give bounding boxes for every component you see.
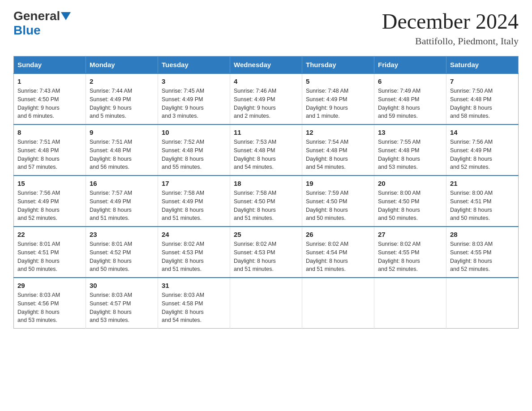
day-number: 8: [17, 128, 82, 136]
day-number: 30: [90, 282, 154, 289]
day-number: 13: [378, 128, 442, 136]
week-row-3: 15Sunrise: 7:56 AMSunset: 4:49 PMDayligh…: [14, 176, 519, 227]
day-number: 7: [450, 77, 515, 85]
day-info: Sunrise: 8:00 AMSunset: 4:51 PMDaylight:…: [450, 189, 515, 223]
calendar-cell: 26Sunrise: 8:02 AMSunset: 4:54 PMDayligh…: [302, 227, 374, 278]
day-info: Sunrise: 7:51 AMSunset: 4:48 PMDaylight:…: [17, 138, 82, 171]
calendar-cell: 29Sunrise: 8:03 AMSunset: 4:56 PMDayligh…: [14, 278, 86, 329]
week-row-5: 29Sunrise: 8:03 AMSunset: 4:56 PMDayligh…: [14, 278, 519, 329]
logo-general: General: [13, 9, 60, 23]
title-section: December 2024 Battifollo, Piedmont, Ital…: [382, 9, 519, 47]
calendar-cell: 13Sunrise: 7:55 AMSunset: 4:48 PMDayligh…: [374, 124, 446, 176]
calendar-cell: 31Sunrise: 8:03 AMSunset: 4:58 PMDayligh…: [158, 278, 230, 329]
day-info: Sunrise: 8:02 AMSunset: 4:53 PMDaylight:…: [162, 240, 226, 274]
day-number: 14: [450, 128, 515, 136]
location-subtitle: Battifollo, Piedmont, Italy: [382, 35, 519, 47]
day-number: 27: [378, 231, 442, 238]
day-info: Sunrise: 7:55 AMSunset: 4:48 PMDaylight:…: [378, 138, 442, 171]
day-info: Sunrise: 8:02 AMSunset: 4:54 PMDaylight:…: [306, 240, 370, 274]
day-info: Sunrise: 7:59 AMSunset: 4:50 PMDaylight:…: [306, 189, 370, 223]
calendar-cell: 20Sunrise: 8:00 AMSunset: 4:50 PMDayligh…: [374, 176, 446, 227]
calendar-cell: 18Sunrise: 7:58 AMSunset: 4:50 PMDayligh…: [230, 176, 302, 227]
day-number: 26: [306, 231, 370, 238]
header-day-tuesday: Tuesday: [158, 56, 230, 74]
day-info: Sunrise: 7:54 AMSunset: 4:48 PMDaylight:…: [306, 138, 370, 171]
calendar-cell: 17Sunrise: 7:58 AMSunset: 4:49 PMDayligh…: [158, 176, 230, 227]
day-info: Sunrise: 8:03 AMSunset: 4:56 PMDaylight:…: [17, 291, 82, 325]
calendar-cell: 12Sunrise: 7:54 AMSunset: 4:48 PMDayligh…: [302, 124, 374, 176]
header-day-sunday: Sunday: [14, 56, 86, 74]
day-number: 10: [162, 128, 226, 136]
month-year-title: December 2024: [382, 9, 519, 34]
header-day-monday: Monday: [86, 56, 158, 74]
header-day-wednesday: Wednesday: [230, 56, 302, 74]
day-number: 22: [17, 231, 82, 238]
calendar-cell: 24Sunrise: 8:02 AMSunset: 4:53 PMDayligh…: [158, 227, 230, 278]
day-number: 17: [162, 180, 226, 187]
calendar-cell: 15Sunrise: 7:56 AMSunset: 4:49 PMDayligh…: [14, 176, 86, 227]
day-info: Sunrise: 7:50 AMSunset: 4:48 PMDaylight:…: [450, 87, 515, 120]
day-number: 31: [162, 282, 226, 289]
calendar-cell: 11Sunrise: 7:53 AMSunset: 4:48 PMDayligh…: [230, 124, 302, 176]
day-number: 4: [234, 77, 298, 85]
calendar-cell: 19Sunrise: 7:59 AMSunset: 4:50 PMDayligh…: [302, 176, 374, 227]
day-info: Sunrise: 7:43 AMSunset: 4:50 PMDaylight:…: [17, 87, 82, 120]
logo-blue: Blue: [13, 23, 41, 37]
calendar-cell: 7Sunrise: 7:50 AMSunset: 4:48 PMDaylight…: [446, 73, 519, 124]
calendar-body: 1Sunrise: 7:43 AMSunset: 4:50 PMDaylight…: [14, 73, 519, 329]
calendar-cell: 27Sunrise: 8:02 AMSunset: 4:55 PMDayligh…: [374, 227, 446, 278]
day-info: Sunrise: 7:56 AMSunset: 4:49 PMDaylight:…: [17, 189, 82, 223]
day-number: 15: [17, 180, 82, 187]
week-row-4: 22Sunrise: 8:01 AMSunset: 4:51 PMDayligh…: [14, 227, 519, 278]
calendar-cell: [374, 278, 446, 329]
header-row: SundayMondayTuesdayWednesdayThursdayFrid…: [14, 56, 519, 74]
day-number: 6: [378, 77, 442, 85]
calendar-cell: 14Sunrise: 7:56 AMSunset: 4:49 PMDayligh…: [446, 124, 519, 176]
day-info: Sunrise: 7:58 AMSunset: 4:49 PMDaylight:…: [162, 189, 226, 223]
calendar-cell: 1Sunrise: 7:43 AMSunset: 4:50 PMDaylight…: [14, 73, 86, 124]
calendar-cell: 21Sunrise: 8:00 AMSunset: 4:51 PMDayligh…: [446, 176, 519, 227]
day-number: 25: [234, 231, 298, 238]
day-info: Sunrise: 7:58 AMSunset: 4:50 PMDaylight:…: [234, 189, 298, 223]
day-number: 5: [306, 77, 370, 85]
day-info: Sunrise: 8:00 AMSunset: 4:50 PMDaylight:…: [378, 189, 442, 223]
calendar-cell: [302, 278, 374, 329]
day-info: Sunrise: 7:56 AMSunset: 4:49 PMDaylight:…: [450, 138, 515, 171]
day-info: Sunrise: 8:02 AMSunset: 4:55 PMDaylight:…: [378, 240, 442, 274]
day-info: Sunrise: 7:48 AMSunset: 4:49 PMDaylight:…: [306, 87, 370, 120]
calendar-cell: 3Sunrise: 7:45 AMSunset: 4:49 PMDaylight…: [158, 73, 230, 124]
day-number: 16: [90, 180, 154, 187]
day-info: Sunrise: 8:03 AMSunset: 4:57 PMDaylight:…: [90, 291, 154, 325]
day-number: 23: [90, 231, 154, 238]
calendar-cell: 16Sunrise: 7:57 AMSunset: 4:49 PMDayligh…: [86, 176, 158, 227]
logo-triangle-icon: [61, 12, 71, 20]
calendar-cell: 6Sunrise: 7:49 AMSunset: 4:48 PMDaylight…: [374, 73, 446, 124]
calendar-cell: 30Sunrise: 8:03 AMSunset: 4:57 PMDayligh…: [86, 278, 158, 329]
calendar-cell: [446, 278, 519, 329]
header-day-friday: Friday: [374, 56, 446, 74]
day-number: 12: [306, 128, 370, 136]
day-info: Sunrise: 7:46 AMSunset: 4:49 PMDaylight:…: [234, 87, 298, 120]
day-number: 24: [162, 231, 226, 238]
day-info: Sunrise: 7:57 AMSunset: 4:49 PMDaylight:…: [90, 189, 154, 223]
calendar-cell: 8Sunrise: 7:51 AMSunset: 4:48 PMDaylight…: [14, 124, 86, 176]
calendar-cell: 4Sunrise: 7:46 AMSunset: 4:49 PMDaylight…: [230, 73, 302, 124]
day-number: 20: [378, 180, 442, 187]
calendar-header: SundayMondayTuesdayWednesdayThursdayFrid…: [14, 56, 519, 74]
header-day-saturday: Saturday: [446, 56, 519, 74]
week-row-1: 1Sunrise: 7:43 AMSunset: 4:50 PMDaylight…: [14, 73, 519, 124]
day-number: 29: [17, 282, 82, 289]
calendar-cell: [230, 278, 302, 329]
calendar-cell: 2Sunrise: 7:44 AMSunset: 4:49 PMDaylight…: [86, 73, 158, 124]
day-number: 3: [162, 77, 226, 85]
day-info: Sunrise: 7:44 AMSunset: 4:49 PMDaylight:…: [90, 87, 154, 120]
logo: General Blue: [13, 9, 71, 38]
day-info: Sunrise: 7:53 AMSunset: 4:48 PMDaylight:…: [234, 138, 298, 171]
day-number: 9: [90, 128, 154, 136]
day-info: Sunrise: 8:02 AMSunset: 4:53 PMDaylight:…: [234, 240, 298, 274]
calendar-cell: 9Sunrise: 7:51 AMSunset: 4:48 PMDaylight…: [86, 124, 158, 176]
day-info: Sunrise: 7:49 AMSunset: 4:48 PMDaylight:…: [378, 87, 442, 120]
calendar-cell: 25Sunrise: 8:02 AMSunset: 4:53 PMDayligh…: [230, 227, 302, 278]
day-info: Sunrise: 7:52 AMSunset: 4:48 PMDaylight:…: [162, 138, 226, 171]
calendar-cell: 23Sunrise: 8:01 AMSunset: 4:52 PMDayligh…: [86, 227, 158, 278]
